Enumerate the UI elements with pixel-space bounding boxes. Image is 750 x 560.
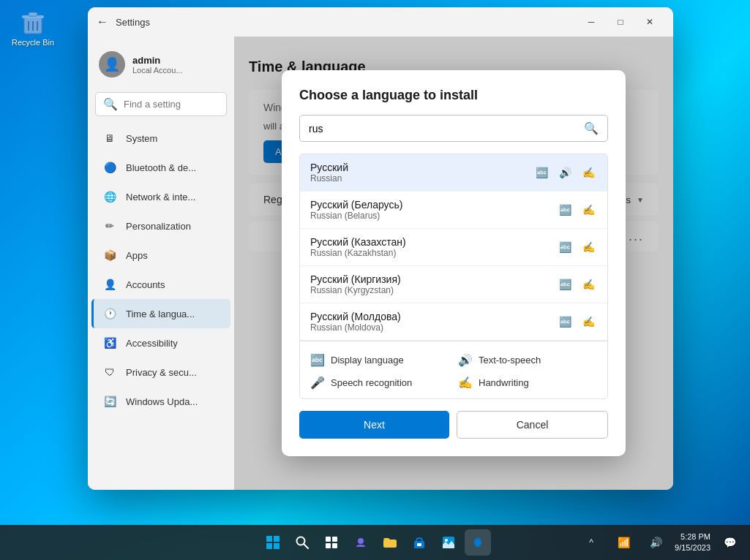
sidebar-label-personalization: Personalization: [126, 221, 191, 232]
sidebar-label-apps: Apps: [126, 250, 148, 261]
explorer-button[interactable]: [377, 529, 403, 556]
svg-rect-13: [332, 537, 337, 542]
recycle-bin-label: Recycle Bin: [12, 38, 54, 47]
desktop: Recycle Bin ← Settings ─ □ ✕ 👤: [0, 0, 750, 560]
system-tray-expand[interactable]: ^: [578, 529, 604, 556]
search-input[interactable]: [124, 99, 234, 110]
dialog-buttons: Next Cancel: [299, 411, 608, 439]
feature-text-to-speech: 🔊 Text-to-speech: [458, 353, 597, 367]
handwriting-icon: ✍: [580, 238, 597, 256]
svg-rect-12: [326, 537, 331, 542]
display-language-icon: 🔤: [556, 313, 574, 330]
sidebar-item-personalization[interactable]: ✏ Personalization: [91, 211, 230, 241]
list-item[interactable]: Русский (Беларусь) Russian (Belarus) 🔤 ✍: [300, 192, 607, 229]
language-features-section: 🔤 Display language 🔊 Text-to-speech 🎤: [300, 341, 607, 398]
next-button[interactable]: Next: [299, 411, 449, 439]
sidebar-item-bluetooth[interactable]: 🔵 Bluetooth & de...: [91, 153, 230, 182]
minimize-button[interactable]: ─: [577, 10, 606, 34]
user-role: Local Accou...: [132, 66, 183, 75]
sidebar-item-time-language[interactable]: 🕐 Time & langua...: [91, 299, 230, 328]
list-item[interactable]: Русский Russian 🔤 🔊 ✍: [300, 154, 607, 192]
avatar-icon: 👤: [104, 56, 120, 72]
bluetooth-icon: 🔵: [102, 160, 117, 175]
display-language-icon: 🔤: [556, 201, 574, 219]
settings-title: Settings: [116, 17, 150, 28]
sidebar-label-time-language: Time & langua...: [126, 309, 195, 319]
feature-tts-label: Text-to-speech: [479, 355, 541, 366]
svg-rect-2: [29, 12, 37, 16]
language-subname: Russian (Belarus): [310, 211, 549, 221]
windows-update-icon: 🔄: [102, 394, 117, 409]
recycle-bin[interactable]: Recycle Bin: [7, 7, 59, 47]
language-subname: Russian (Kazakhstan): [310, 248, 549, 258]
accounts-icon: 👤: [102, 277, 117, 292]
language-search-wrap[interactable]: 🔍: [299, 115, 608, 142]
language-info-ru-kz: Русский (Казахстан) Russian (Kazakhstan): [310, 236, 549, 258]
dialog-title: Choose a language to install: [299, 88, 608, 103]
feature-speech-recognition: 🎤 Speech recognition: [310, 376, 449, 390]
system-icon: 🖥: [102, 131, 117, 145]
svg-rect-7: [274, 536, 280, 542]
user-info: admin Local Accou...: [132, 55, 183, 75]
language-icons: 🔤 ✍: [556, 276, 597, 293]
language-icons: 🔤 🔊 ✍: [533, 164, 597, 181]
close-button[interactable]: ✕: [635, 10, 664, 34]
recycle-bin-icon: [18, 7, 48, 37]
svg-rect-15: [332, 543, 337, 548]
taskbar-clock: 5:28 PM 9/15/2023: [675, 531, 710, 554]
network-icon[interactable]: 📶: [610, 529, 637, 556]
start-button[interactable]: [260, 529, 286, 556]
settings-window: ← Settings ─ □ ✕ 👤 admin Local Accou...: [88, 7, 673, 490]
text-to-speech-feature-icon: 🔊: [458, 353, 473, 367]
clock-date: 9/15/2023: [675, 542, 710, 553]
handwriting-icon: ✍: [580, 276, 597, 293]
sidebar-item-network[interactable]: 🌐 Network & inte...: [91, 182, 230, 211]
features-grid: 🔤 Display language 🔊 Text-to-speech 🎤: [310, 350, 597, 390]
search-icon: 🔍: [103, 97, 118, 111]
photos-button[interactable]: [435, 529, 462, 556]
task-view-button[interactable]: [318, 529, 345, 556]
language-icons: 🔤 ✍: [556, 313, 597, 330]
list-item[interactable]: Русский (Киргизия) Russian (Kyrgyzstan) …: [300, 266, 607, 303]
notification-icon[interactable]: 💬: [716, 529, 743, 556]
feature-display-language: 🔤 Display language: [310, 353, 449, 367]
language-list: Русский Russian 🔤 🔊 ✍: [299, 154, 608, 399]
sidebar-item-system[interactable]: 🖥 System: [91, 124, 230, 153]
search-button[interactable]: [289, 529, 315, 556]
taskbar: ^ 📶 🔊 5:28 PM 9/15/2023 💬: [0, 525, 750, 560]
sidebar-search[interactable]: 🔍: [95, 92, 227, 116]
svg-rect-6: [266, 536, 272, 542]
user-section: 👤 admin Local Accou...: [88, 44, 234, 92]
svg-rect-8: [266, 543, 272, 549]
sidebar-item-privacy[interactable]: 🛡 Privacy & secu...: [91, 357, 230, 387]
maximize-button[interactable]: □: [606, 10, 635, 34]
sidebar-label-system: System: [126, 133, 157, 144]
settings-titlebar: ← Settings ─ □ ✕: [88, 7, 673, 37]
settings-main: Time & language Windows display language…: [234, 37, 673, 490]
handwriting-icon: ✍: [580, 201, 597, 219]
cancel-button[interactable]: Cancel: [457, 411, 608, 439]
volume-icon[interactable]: 🔊: [642, 529, 669, 556]
language-search-input[interactable]: [309, 123, 578, 135]
clock-time: 5:28 PM: [675, 531, 710, 542]
display-language-icon: 🔤: [556, 238, 574, 256]
settings-content: 👤 admin Local Accou... 🔍 🖥 System: [88, 37, 673, 490]
svg-point-16: [358, 538, 364, 544]
taskbar-center: [260, 529, 491, 556]
sidebar-item-accounts[interactable]: 👤 Accounts: [91, 270, 230, 299]
sidebar-item-windows-update[interactable]: 🔄 Windows Upda...: [91, 387, 230, 416]
language-subname: Russian (Moldova): [310, 322, 549, 333]
language-info-russian: Русский Russian: [310, 162, 525, 183]
sidebar-item-accessibility[interactable]: ♿ Accessibility: [91, 328, 230, 357]
list-item[interactable]: Русский (Молдова) Russian (Moldova) 🔤 ✍: [300, 303, 607, 341]
settings-taskbar-button[interactable]: [465, 529, 491, 556]
time-language-icon: 🕐: [102, 306, 117, 321]
apps-icon: 📦: [102, 248, 117, 262]
back-button[interactable]: ←: [97, 15, 108, 29]
chat-button[interactable]: [348, 529, 374, 556]
list-item[interactable]: Русский (Казахстан) Russian (Kazakhstan)…: [300, 229, 607, 266]
feature-speech-label: Speech recognition: [331, 377, 412, 388]
sidebar-item-apps[interactable]: 📦 Apps: [91, 241, 230, 270]
language-name: Русский (Казахстан): [310, 236, 549, 248]
store-button[interactable]: [406, 529, 432, 556]
